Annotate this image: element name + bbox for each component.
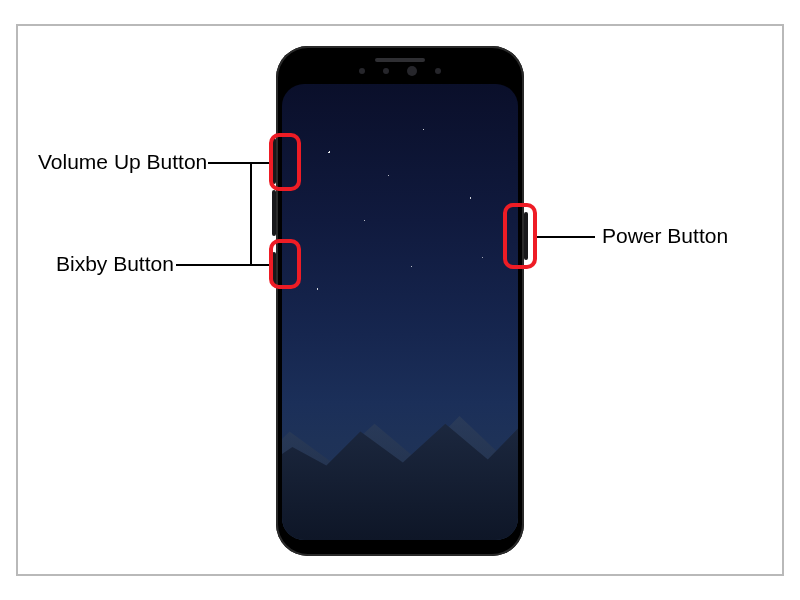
leader-line [250,162,269,164]
volume-down-button [272,190,276,236]
leader-line [250,162,252,208]
sensor-row [276,68,524,76]
sensor-dot [383,68,389,74]
label-volume-up: Volume Up Button [38,150,207,174]
callout-bixby [269,239,301,289]
leader-line [208,162,250,164]
callout-volume-up [269,133,301,191]
leader-line [176,264,250,266]
sensor-dot [359,68,365,74]
leader-line [250,264,269,266]
front-camera-icon [407,66,417,76]
phone-screen [282,84,518,540]
leader-line [537,236,595,238]
diagram-frame: Volume Up Button Bixby Button Power Butt… [16,24,784,576]
phone-body [276,46,524,556]
callout-power [503,203,537,269]
label-bixby: Bixby Button [56,252,174,276]
wallpaper-mountains [282,385,518,540]
leader-line [250,208,252,264]
sensor-dot [435,68,441,74]
label-power: Power Button [602,224,728,248]
